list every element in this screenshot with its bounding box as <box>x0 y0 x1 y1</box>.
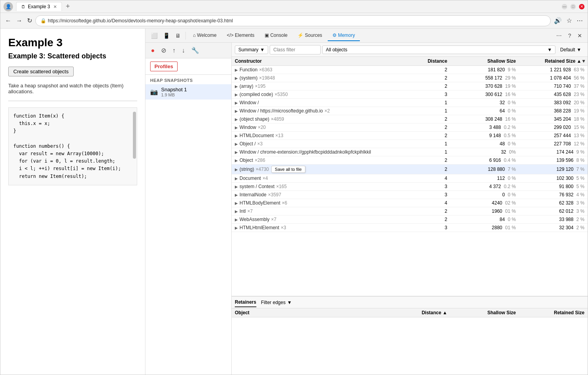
snapshot-item[interactable]: 📷 Snapshot 1 1.9 MB <box>145 84 231 100</box>
table-row[interactable]: ▶InternalNode×359730 0 %76 932 4 % <box>232 191 588 199</box>
ret-col-shallow[interactable]: Shallow Size <box>450 308 519 317</box>
devtools-device-button[interactable]: 📱 <box>161 31 172 40</box>
table-row[interactable]: ▶system / Context×16534 372 0.2 %91 800 … <box>232 183 588 191</box>
table-row[interactable]: ▶WebAssembly×7284 0 %33 988 2 % <box>232 216 588 224</box>
table-row[interactable]: ▶Document×44112 0 %102 300 5 % <box>232 174 588 183</box>
table-row[interactable]: ▶(compiled code)×53503300 612 16 %435 62… <box>232 91 588 99</box>
tab-close-btn[interactable]: ✕ <box>53 4 57 9</box>
expand-arrow: ▶ <box>235 226 238 230</box>
create-scattered-objects-button[interactable]: Create scattered objects <box>8 67 74 76</box>
url-text: https://microsoftedge.github.io/Demos/de… <box>48 18 233 24</box>
cell-shallow-size: 32 0% <box>450 148 519 156</box>
constructor-name: HTMLHtmlElement <box>240 225 279 230</box>
filter-edges-arrow: ▼ <box>287 300 292 305</box>
cell-constructor: ▶InternalNode×3597 <box>232 191 416 199</box>
record-heap-button[interactable]: ● <box>149 45 157 56</box>
heap-snapshots-label: HEAP SNAPSHOTS <box>145 75 231 84</box>
cell-distance: 4 <box>416 174 450 183</box>
expand-arrow: ▶ <box>235 167 238 172</box>
table-row[interactable]: ▶Function×63632181 820 9 %1 221 928 63 % <box>232 66 588 74</box>
col-header-retained[interactable]: Retained Size ▲▼ <box>519 57 588 66</box>
constructor-name: (compiled code) <box>240 92 273 97</box>
tab-elements[interactable]: </> Elements <box>222 30 259 41</box>
table-row[interactable]: ▶(array)×1952370 628 19 %710 740 37 % <box>232 82 588 91</box>
clear-button[interactable]: ⊘ <box>159 45 169 56</box>
back-button[interactable]: ← <box>4 16 13 26</box>
retainers-tab[interactable]: Retainers <box>235 298 256 307</box>
constructor-name: Window <box>240 125 256 130</box>
memory-toolbar: Summary ▼ All objects ▼ Default ▼ <box>232 43 588 57</box>
tab-console[interactable]: ▣ Console <box>260 30 292 41</box>
profile-icon[interactable]: 👤 <box>4 2 13 11</box>
col-header-distance[interactable]: Distance <box>416 57 450 66</box>
class-filter-input[interactable] <box>270 45 321 54</box>
expand-arrow: ▶ <box>235 193 238 197</box>
table-row[interactable]: ▶HTMLHtmlElement×332880 01 %32 304 2 % <box>232 224 588 232</box>
ret-col-retained[interactable]: Retained Size <box>519 308 588 317</box>
main-area: Example 3 Example 3: Scattered objects C… <box>0 29 588 375</box>
expand-arrow: ▶ <box>235 217 238 222</box>
table-row[interactable]: ▶Window×2023 488 0.2 %299 020 15 % <box>232 123 588 132</box>
page-title: Example 3 <box>8 36 137 49</box>
more-button[interactable]: ⋯ <box>575 15 584 26</box>
col-header-shallow[interactable]: Shallow Size <box>450 57 519 66</box>
memory-panel: ● ⊘ ↑ ↓ 🔧 Profiles HEAP SNAPSHOTS 📷 Snap… <box>145 43 588 375</box>
close-button[interactable]: ✕ <box>579 4 584 9</box>
browser-window: 👤 🗒 Example 3 ✕ + — □ ✕ ← → ↻ 🔒 https://… <box>0 0 588 375</box>
devtools-help-button[interactable]: ? <box>566 31 573 40</box>
constructor-count: ×6 <box>282 200 287 206</box>
retainers-body[interactable]: Object Distance ▲ Shallow Size Retained … <box>232 308 588 375</box>
col-header-constructor[interactable]: Constructor <box>232 57 416 66</box>
read-aloud-button[interactable]: 🔊 <box>552 15 563 26</box>
tab-memory[interactable]: ⚙ Memory <box>328 30 360 41</box>
maximize-button[interactable]: □ <box>570 4 576 9</box>
devtools-screen-button[interactable]: 🖥 <box>173 31 183 40</box>
expand-arrow: ▶ <box>235 158 238 163</box>
download-button[interactable]: ↓ <box>180 45 187 56</box>
devtools-close-button[interactable]: ✕ <box>575 31 584 40</box>
cell-retained-size: 129 120 7 % <box>519 165 588 174</box>
table-row[interactable]: ▶(string)×4730Save all to file2128 880 7… <box>232 165 588 174</box>
address-bar[interactable]: 🔒 https://microsoftedge.github.io/Demos/… <box>35 15 551 26</box>
refresh-button[interactable]: ↻ <box>25 15 34 26</box>
ret-col-distance[interactable]: Distance ▲ <box>416 308 450 317</box>
table-row[interactable]: ▶(system)×198482558 172 29 %1 078 404 56… <box>232 74 588 82</box>
table-row[interactable]: ▶Window /132 0 %383 092 20 % <box>232 99 588 107</box>
filter-edges-dropdown[interactable]: Filter edges ▼ <box>261 300 292 305</box>
default-dropdown[interactable]: Default ▼ <box>557 46 584 54</box>
save-all-to-file-button[interactable]: Save all to file <box>271 166 305 173</box>
ret-col-object[interactable]: Object <box>232 308 416 317</box>
constructor-count: ×165 <box>276 184 287 189</box>
cell-constructor: ▶Window / <box>232 99 416 107</box>
devtools-more-button[interactable]: ⋯ <box>554 31 564 40</box>
browser-tab[interactable]: 🗒 Example 3 ✕ <box>16 2 62 11</box>
summary-dropdown[interactable]: Summary ▼ <box>235 45 268 54</box>
cell-distance: 1 <box>416 107 450 115</box>
forward-button[interactable]: → <box>15 16 24 26</box>
table-row[interactable]: ▶Object×28626 916 0.4 %139 596 8 % <box>232 156 588 165</box>
table-row[interactable]: ▶(object shape)×48592308 248 16 %345 204… <box>232 115 588 123</box>
tab-welcome[interactable]: ⌂ Welcome <box>188 30 221 41</box>
new-tab-button[interactable]: + <box>63 2 73 11</box>
upload-button[interactable]: ↑ <box>170 45 178 56</box>
collect-garbage-button[interactable]: 🔧 <box>189 45 201 56</box>
cell-distance: 1 <box>416 140 450 148</box>
tab-sources[interactable]: ⚡ Sources <box>293 30 327 41</box>
table-row[interactable]: ▶Object /×3148 0 %227 708 12 % <box>232 140 588 148</box>
table-row[interactable]: ▶Window / chrome-extension://gpphkfbcpid… <box>232 148 588 156</box>
minimize-button[interactable]: — <box>562 4 567 9</box>
cell-shallow-size: 2880 01 % <box>450 224 519 232</box>
code-scrollbar[interactable] <box>133 112 136 159</box>
table-row[interactable]: ▶HTMLDocument×1329 148 0.5 %257 444 13 % <box>232 132 588 140</box>
devtools-inspect-button[interactable]: ⬜ <box>149 31 160 40</box>
cell-retained-size: 299 020 15 % <box>519 123 588 132</box>
memory-table-container[interactable]: Constructor Distance Shallow Size Retain… <box>232 57 588 296</box>
constructor-name: (system) <box>240 75 258 81</box>
constructor-count: ×5350 <box>274 92 288 97</box>
table-row[interactable]: ▶HTMLBodyElement×644240 02 %62 328 3 % <box>232 199 588 207</box>
profiles-header: Profiles <box>145 58 231 75</box>
favorites-button[interactable]: ☆ <box>565 15 573 26</box>
all-objects-dropdown[interactable]: All objects ▼ <box>322 45 555 54</box>
table-row[interactable]: ▶Intl×721960 01 %62 012 3 % <box>232 207 588 216</box>
table-row[interactable]: ▶Window / https://microsoftedge.github.i… <box>232 107 588 115</box>
